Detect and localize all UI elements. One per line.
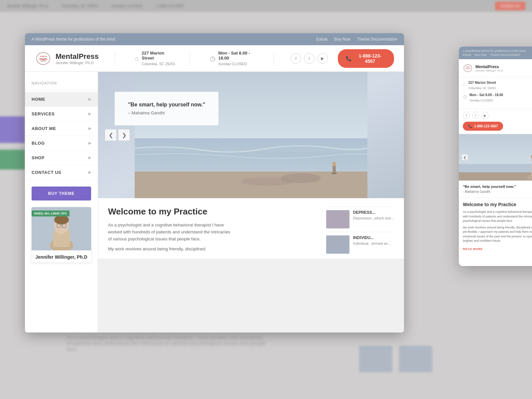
- nav-services-arrow: ▶: [88, 112, 91, 116]
- service-thumb-2: [326, 235, 349, 254]
- mobile-preview: A WordPress theme for professions of the…: [459, 47, 532, 266]
- nav-contact-label: CONTACT US: [32, 170, 61, 175]
- welcome-text-area: Welcome to my Practice As a psychologist…: [108, 206, 320, 253]
- nav-item-home[interactable]: HOME ▶: [25, 92, 98, 107]
- twitter-icon[interactable]: t: [304, 53, 315, 64]
- nav-shop-label: SHOP: [32, 155, 45, 160]
- youtube-icon[interactable]: ▶: [317, 53, 328, 64]
- main-window: A WordPress theme for professions of the…: [25, 33, 404, 332]
- nav-blog-label: BLOG: [32, 141, 45, 146]
- address-line2: Columbia, SC 29201: [142, 62, 176, 66]
- mobile-theme-docs-link[interactable]: Theme Documentation: [490, 53, 520, 57]
- service-thumb-1: [326, 210, 349, 228]
- header-divider-2: [190, 52, 190, 65]
- mobile-welcome-text-2: My work revolves around being friendly, …: [463, 225, 532, 243]
- nav-about-arrow: ▶: [88, 126, 91, 131]
- welcome-text-2: My work revolves around being friendly, …: [108, 246, 234, 253]
- mobile-social-icons: f t ▶: [459, 109, 532, 122]
- nav-item-blog[interactable]: BLOG ▶: [25, 136, 98, 151]
- mobile-twitter-icon[interactable]: t: [472, 112, 479, 119]
- svg-rect-23: [459, 172, 532, 181]
- nav-item-contact[interactable]: CONTACT US ▶: [25, 165, 98, 180]
- welcome-section: Welcome to my Practice As a psychologist…: [98, 198, 404, 259]
- mobile-quote-section: "Be smart, help yourself now." - Mahatma…: [459, 181, 532, 198]
- address-info: ⌂ 227 Marion Street Columbia, SC 29201: [135, 51, 177, 66]
- phone-number: 1-888-123-4567: [354, 53, 386, 64]
- mobile-youtube-icon[interactable]: ▶: [481, 112, 489, 119]
- buy-now-link[interactable]: Buy Now: [334, 37, 350, 42]
- mobile-read-more-link[interactable]: READ MORE: [463, 247, 483, 251]
- mobile-phone-button[interactable]: 📞 1-888-123-4567: [463, 122, 503, 131]
- service-label-2: INDIVIDU...: [353, 235, 391, 240]
- main-content: "Be smart, help yourself now." – Mahatma…: [98, 72, 404, 332]
- svg-point-7: [54, 215, 69, 224]
- nav-item-about[interactable]: ABOUT ME ▶: [25, 121, 98, 136]
- site-subtitle: Jennifer Willinger, Ph.D: [56, 61, 99, 65]
- profile-card: MSED, MA, LMHP, CPC: [32, 207, 91, 262]
- tagline: A WordPress theme for professions of the…: [32, 37, 115, 42]
- site-title: MentalPress: [56, 52, 99, 61]
- mobile-hours-text: Mon - Sat 8.00 - 18.00 Sunday CLOSED: [469, 93, 503, 103]
- nav-blog-arrow: ▶: [88, 141, 91, 145]
- theme-docs-link[interactable]: Theme Documentation: [357, 37, 397, 42]
- service-card-2: INDIVIDU... Individual...termed as...: [326, 232, 394, 254]
- mobile-logo: MentalPress Jennifer Willinger, Ph.D: [463, 63, 503, 73]
- mobile-slider-prev[interactable]: ❮: [462, 154, 468, 161]
- social-icons: f t ▶: [291, 53, 328, 64]
- site-header: MentalPress Jennifer Willinger, Ph.D ⌂ 2…: [25, 45, 404, 72]
- nav-home-arrow: ▶: [88, 97, 91, 101]
- hero-background: [98, 72, 404, 198]
- phone-button[interactable]: 📞 1-888-123-4567: [338, 49, 394, 68]
- welcome-text-1: As a psychologist and a cognitive behavi…: [108, 222, 234, 242]
- profile-badge: MSED, MA, LMHP, CPC: [32, 210, 69, 216]
- hero-beach-scene: [98, 72, 404, 198]
- svg-point-2: [44, 59, 46, 61]
- utility-bar: A WordPress theme for professions of the…: [25, 33, 404, 45]
- slider-next-button[interactable]: ❯: [118, 129, 130, 141]
- mobile-quote-text: "Be smart, help yourself now.": [463, 185, 532, 189]
- service-desc-1: Depression...which one...: [353, 216, 394, 220]
- service-label-1: DEPRESS...: [353, 210, 394, 215]
- clock-icon: ◷: [210, 55, 215, 63]
- mobile-address-text: 227 Marion Street Columbia, SC 29201: [468, 81, 496, 90]
- service-info-2: INDIVIDU... Individual...termed as...: [353, 235, 391, 245]
- nav-shop-arrow: ▶: [88, 156, 91, 160]
- mobile-hours-line1: Mon - Sat 8.00 - 18.00: [469, 93, 503, 97]
- nav-label: NAVIGATION: [25, 78, 98, 91]
- extras-link[interactable]: Extras: [317, 37, 328, 42]
- mobile-logo-text: MentalPress Jennifer Willinger, Ph.D: [475, 65, 503, 72]
- slider-prev-button[interactable]: ❮: [105, 129, 117, 141]
- header-divider-1: [115, 52, 115, 65]
- mobile-address-line1: 227 Marion Street: [468, 81, 496, 84]
- buy-theme-button[interactable]: BUY THEME: [32, 187, 91, 200]
- logo-area: MentalPress Jennifer Willinger, Ph.D: [35, 50, 101, 67]
- nav-item-services[interactable]: SERVICES ▶: [25, 107, 98, 121]
- hours-text: Mon - Sat 8.00 - 18.00 Sunday CLOSED: [218, 51, 260, 66]
- hours-line2: Sunday CLOSED: [218, 62, 247, 66]
- mobile-extras-link[interactable]: Extras: [463, 53, 471, 57]
- svg-point-19: [332, 162, 336, 166]
- hours-info: ◷ Mon - Sat 8.00 - 18.00 Sunday CLOSED: [210, 51, 260, 66]
- header-divider-3: [274, 52, 274, 65]
- mobile-logo-subtitle: Jennifer Willinger, Ph.D: [475, 69, 503, 72]
- quote-author: – Mahatma Gandhi: [128, 110, 205, 115]
- mobile-extras-nav: Extras Buy Now Theme Documentation: [463, 53, 532, 57]
- quote-text: "Be smart, help yourself now.": [128, 102, 205, 108]
- address-line1: 227 Marion Street: [142, 51, 176, 61]
- content-area: NAVIGATION HOME ▶ SERVICES ▶ ABOUT ME ▶ …: [25, 72, 404, 332]
- quote-box: "Be smart, help yourself now." – Mahatma…: [115, 92, 218, 125]
- mobile-hours-info: ◷ Mon - Sat 8.00 - 18.00 Sunday CLOSED: [463, 93, 532, 103]
- service-card-1: DEPRESS... Depression...which one...: [326, 206, 394, 228]
- facebook-icon[interactable]: f: [291, 53, 301, 64]
- mobile-hero-image: [459, 134, 532, 181]
- mobile-buy-now-link[interactable]: Buy Now: [475, 53, 487, 57]
- nav-item-shop[interactable]: SHOP ▶: [25, 151, 98, 165]
- mobile-facebook-icon[interactable]: f: [463, 112, 470, 119]
- mobile-utility-bar: A WordPress theme for professions of the…: [459, 47, 532, 59]
- mobile-hours-line2: Sunday CLOSED: [469, 99, 493, 102]
- address-text: 227 Marion Street Columbia, SC 29201: [142, 51, 176, 66]
- mobile-header: MentalPress Jennifer Willinger, Ph.D MEN…: [459, 59, 532, 77]
- mobile-home-icon: ⌂: [463, 81, 466, 87]
- mobile-phone-number: 1-888-123-4567: [474, 124, 498, 128]
- mobile-phone-icon: 📞: [468, 124, 472, 128]
